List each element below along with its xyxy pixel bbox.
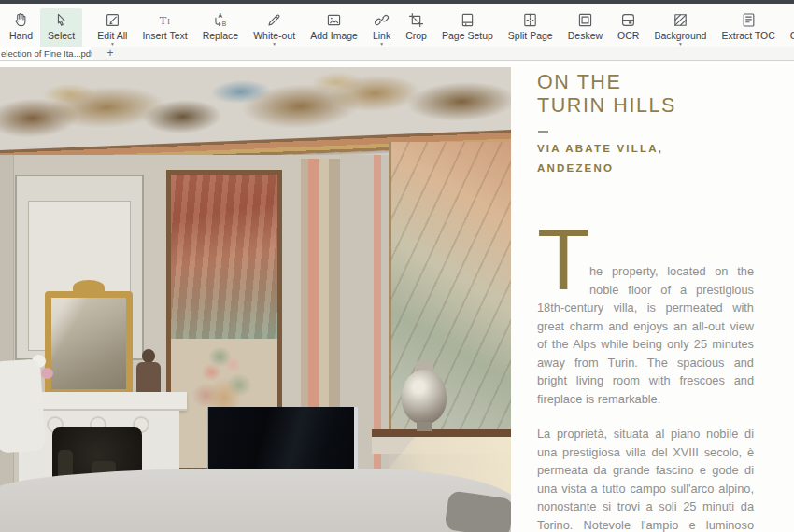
link-icon	[373, 10, 390, 29]
page-setup-icon	[459, 10, 476, 29]
page-photo[interactable]	[0, 67, 511, 532]
photo-silver-vase	[402, 370, 447, 424]
photo-bust	[136, 362, 161, 394]
toolbar-label: Link	[373, 30, 390, 41]
toolbar-label: Replace	[203, 30, 239, 41]
dropdown-caret-icon: ▾	[679, 41, 682, 48]
edit-all-icon	[104, 10, 121, 29]
dropdown-caret-icon: ▾	[380, 41, 383, 48]
toolbar-button-crop[interactable]: Crop	[398, 8, 434, 48]
toolbar-label: Add Image	[310, 30, 358, 41]
toolbar-label: Background	[654, 30, 706, 41]
deskew-icon	[576, 10, 594, 29]
toolbar-label: Edit All	[97, 30, 127, 41]
toolbar: Hand Select Edit All ▾ TI Insert Text AB…	[0, 4, 794, 47]
toolbar-button-select[interactable]: Select	[40, 8, 82, 48]
add-image-icon	[325, 10, 343, 29]
crop-icon	[407, 10, 425, 29]
toolbar-button-ocr[interactable]: OCR	[610, 8, 646, 48]
document-tab[interactable]: election of Fine Ita...pdf	[0, 47, 92, 60]
toolbar-button-link[interactable]: Link ▾	[365, 8, 398, 48]
background-icon	[672, 10, 689, 29]
article-column: ON THE TURIN HILLS VIA ABATE VILLA, ANDE…	[537, 61, 754, 532]
photo-silver-vase	[417, 422, 432, 431]
toolbar-label: Compress	[790, 30, 794, 41]
page-subtitle[interactable]: VIA ABATE VILLA, ANDEZENO	[537, 139, 754, 178]
document-area[interactable]: ON THE TURIN HILLS VIA ABATE VILLA, ANDE…	[0, 61, 794, 532]
photo-gilded-mirror	[45, 291, 133, 396]
photo-console	[372, 429, 511, 437]
toolbar-button-hand[interactable]: Hand	[2, 8, 40, 48]
svg-text:B: B	[222, 20, 227, 26]
dropdown-caret-icon: ▾	[273, 41, 276, 48]
insert-text-icon: TI	[156, 10, 174, 29]
select-cursor-icon	[52, 10, 70, 29]
toolbar-button-background[interactable]: Background ▾	[646, 8, 714, 48]
hand-icon	[12, 10, 30, 29]
toolbar-button-split-page[interactable]: Split Page	[501, 8, 560, 48]
toolbar-label: White-out	[253, 30, 295, 41]
toolbar-button-deskew[interactable]: Deskew	[560, 8, 610, 48]
white-out-icon	[265, 10, 283, 29]
toolbar-label: Extract TOC	[721, 30, 774, 41]
tab-bar: election of Fine Ita...pdf +	[0, 47, 794, 61]
photo-pillow	[0, 358, 46, 453]
photo-flowers	[41, 368, 53, 379]
toolbar-button-compress[interactable]: Compress	[783, 8, 794, 48]
page-title[interactable]: ON THE TURIN HILLS	[537, 71, 754, 118]
tab-title: election of Fine Ita...pdf	[1, 49, 92, 59]
replace-icon: AB	[211, 10, 229, 29]
photo-left-pilaster	[0, 155, 14, 532]
split-page-icon	[521, 10, 539, 29]
svg-text:I: I	[167, 18, 170, 26]
toolbar-button-replace[interactable]: AB Replace	[195, 8, 247, 48]
toolbar-button-page-setup[interactable]: Page Setup	[434, 8, 501, 48]
new-tab-button[interactable]: +	[98, 47, 122, 60]
toolbar-label: Split Page	[508, 30, 553, 41]
toolbar-label: Crop	[405, 30, 427, 41]
paragraph-english[interactable]: The property, located on the noble floor…	[537, 262, 754, 408]
photo-bust	[142, 349, 155, 363]
svg-text:T: T	[160, 13, 167, 26]
photo-sofa	[0, 469, 511, 532]
paragraph-italian-text: La proprietà, situata al piano nobile di…	[537, 427, 754, 532]
title-line-1: ON THE	[537, 71, 754, 94]
toolbar-button-extract-toc[interactable]: Extract TOC	[714, 8, 782, 48]
toolbar-label: OCR	[617, 30, 639, 41]
toolbar-label: Deskew	[568, 30, 603, 41]
pdf-editor-window: Hand Select Edit All ▾ TI Insert Text AB…	[0, 0, 794, 532]
ocr-icon	[619, 10, 637, 29]
toolbar-label: Insert Text	[142, 30, 187, 41]
title-line-2: TURIN HILLS	[537, 94, 754, 118]
toolbar-button-white-out[interactable]: White-out ▾	[246, 8, 303, 48]
toolbar-button-add-image[interactable]: Add Image	[303, 8, 365, 48]
paragraph-italian[interactable]: La proprietà, situata al piano nobile di…	[537, 425, 754, 532]
toolbar-button-edit-all[interactable]: Edit All ▾	[90, 8, 135, 48]
toolbar-button-insert-text[interactable]: TI Insert Text	[135, 8, 194, 48]
toolbar-label: Page Setup	[442, 30, 493, 41]
subtitle-line-1: VIA ABATE VILLA,	[537, 139, 754, 159]
title-divider	[538, 131, 548, 133]
toolbar-label: Select	[48, 30, 75, 41]
drop-cap: T	[537, 226, 584, 295]
extract-toc-icon	[740, 10, 758, 29]
toolbar-label: Hand	[9, 30, 33, 41]
subtitle-line-2: ANDEZENO	[537, 159, 754, 178]
